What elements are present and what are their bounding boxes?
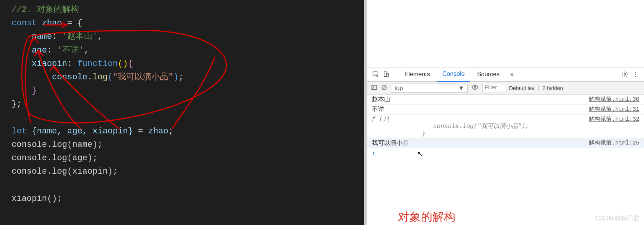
code-comment: //2. 对象的解构	[12, 5, 79, 15]
hidden-count[interactable]: 2 hidden	[538, 85, 563, 91]
console-source-link[interactable]: 解构赋值.html:32	[589, 115, 639, 123]
code-line: console.log(name);	[12, 138, 364, 151]
settings-gear-icon[interactable]	[620, 70, 629, 79]
console-log-row: ƒ (){ console.log("我可以演小品"); } 解构赋值.html…	[367, 115, 644, 138]
identifier-zhao: zhao	[42, 18, 62, 28]
execution-context-selector[interactable]: top ▼	[391, 84, 468, 93]
kebab-menu-icon[interactable]: ⋮	[631, 70, 640, 79]
console-source-link[interactable]: 解构赋值.html:25	[589, 139, 639, 147]
keyword-function: function	[77, 59, 118, 69]
watermark: CSDN @秋田君	[596, 215, 639, 223]
console-log-row: 不详 解构赋值.html:31	[367, 105, 644, 115]
console-source-link[interactable]: 解构赋值.html:30	[589, 95, 639, 103]
inspect-icon[interactable]	[371, 70, 380, 79]
prop-age: age	[32, 46, 47, 55]
code-line: console.log(age);	[12, 151, 364, 165]
string-literal: '不详'	[57, 46, 84, 55]
console-sidebar-toggle-icon[interactable]	[371, 84, 377, 92]
svg-point-3	[624, 74, 626, 76]
code-punct: = {	[62, 18, 82, 28]
tab-sources[interactable]: Sources	[472, 67, 505, 82]
console-message: 不详	[372, 105, 384, 113]
code-line: }	[12, 84, 364, 97]
svg-point-6	[474, 86, 476, 88]
code-editor[interactable]: //2. 对象的解构 const zhao = { name: '赵本山', a…	[0, 0, 364, 225]
string-literal: "我可以演小品"	[113, 72, 173, 82]
devtools-tabbar: Elements Console Sources » ⋮	[367, 67, 644, 82]
string-literal: '赵本山'	[62, 32, 97, 41]
keyword-let: let	[12, 126, 27, 136]
console-log-row: 我可以演小品 解构赋值.html:25	[367, 138, 644, 148]
keyword-const: const	[12, 18, 37, 28]
console-message: ƒ (){ console.log("我可以演小品"); }	[372, 115, 529, 137]
pane-divider[interactable]	[364, 0, 367, 225]
filter-input[interactable]: Filter	[482, 84, 505, 92]
tab-elements[interactable]: Elements	[399, 67, 435, 82]
log-level-selector[interactable]: Default lev	[509, 85, 534, 91]
console-output[interactable]: 赵本山 解构赋值.html:30 不详 解构赋值.html:31 ƒ (){ c…	[367, 95, 644, 200]
clear-console-icon[interactable]	[381, 84, 387, 92]
browser-devtools-pane: Elements Console Sources » ⋮ top ▼ Filte…	[367, 0, 644, 225]
destructure-pattern: {name, age, xiaopin}	[32, 126, 133, 136]
log-method: log	[92, 72, 108, 82]
console-toolbar: top ▼ Filter Default lev 2 hidden	[367, 82, 644, 95]
live-expression-icon[interactable]	[472, 84, 478, 92]
chevron-down-icon: ▼	[458, 85, 464, 92]
device-toggle-icon[interactable]	[382, 70, 391, 79]
context-label: top	[394, 85, 403, 92]
console-log-row: 赵本山 解构赋值.html:30	[367, 95, 644, 105]
tab-console[interactable]: Console	[437, 67, 470, 82]
console-message: 我可以演小品	[372, 139, 409, 147]
prop-name: name	[32, 32, 52, 41]
code-line: };	[12, 97, 364, 111]
code-line: console.log(xiaopin);	[12, 165, 364, 178]
console-message: 赵本山	[372, 95, 390, 103]
console-obj: console	[52, 72, 87, 82]
prop-xiaopin: xiaopin	[32, 59, 67, 69]
identifier-zhao: zhao	[148, 126, 168, 136]
code-line: xiaopin();	[12, 192, 364, 205]
tabs-overflow-icon[interactable]: »	[506, 71, 518, 78]
console-source-link[interactable]: 解构赋值.html:31	[589, 105, 639, 113]
browser-viewport	[367, 0, 644, 67]
console-prompt[interactable]: ›	[367, 148, 644, 158]
